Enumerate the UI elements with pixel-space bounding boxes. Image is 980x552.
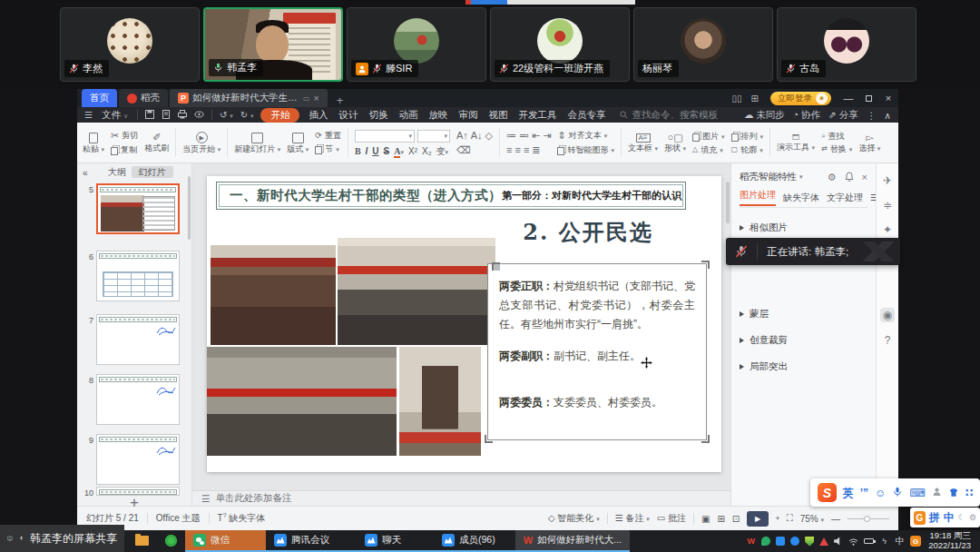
font-size-select[interactable]: ▾ — [417, 130, 450, 143]
align-right-icon[interactable]: ≡ — [524, 145, 529, 155]
underline-button[interactable]: U — [372, 147, 378, 156]
tab-docer[interactable]: 稻壳 — [119, 89, 168, 107]
close-panel-icon[interactable]: × — [862, 172, 867, 182]
layout-button[interactable]: 版式 ▾ — [287, 133, 309, 153]
clear-format-icon[interactable]: ⌫ — [456, 145, 471, 155]
arrange-button[interactable]: 排列 ▾ — [731, 132, 764, 142]
align-left-icon[interactable]: ≡ — [506, 145, 512, 155]
redo-icon[interactable]: ↻ ▾ — [240, 110, 254, 120]
help-icon[interactable]: ? — [885, 334, 891, 347]
taskbar-tencent-meeting[interactable]: 腾讯会议 — [266, 530, 357, 552]
bullet-list-icon[interactable]: ≔ — [506, 131, 516, 141]
thumbnail-scrollbar[interactable] — [188, 176, 191, 240]
superscript-button[interactable]: X² — [408, 147, 417, 156]
collab-button[interactable]: ◔ 协作 — [793, 109, 820, 122]
print-icon[interactable] — [178, 110, 187, 121]
fill-button[interactable]: △填充 ▾ — [692, 146, 725, 154]
slide-thumb-7[interactable]: 7 — [81, 314, 180, 365]
reading-view-icon[interactable]: ⊡ — [732, 514, 740, 524]
taskbar-chat[interactable]: 聊天 — [357, 530, 434, 552]
section-button[interactable]: 节 ▾ — [315, 144, 341, 154]
voice-input-icon[interactable] — [892, 485, 903, 501]
video-tile-tengsir[interactable]: 滕SIR — [347, 7, 486, 82]
menu-animation[interactable]: 动画 — [397, 109, 419, 122]
fit-slide-icon[interactable]: ⛶ — [787, 513, 793, 524]
align-center-icon[interactable]: ≡ — [514, 145, 520, 155]
to-smartart-button[interactable]: 转智能图形 ▾ — [557, 145, 614, 155]
menu-start[interactable]: 开始 — [260, 108, 299, 123]
picture-button[interactable]: 图片 ▾ — [692, 132, 725, 142]
tab-document[interactable]: P 如何做好新时代大学生村干部 ▭ × — [170, 89, 328, 107]
tray-wechat-icon[interactable] — [761, 537, 770, 546]
panel-item-local-highlight[interactable]: 局部突出 — [740, 360, 867, 373]
video-tile-hanmengli[interactable]: 韩孟李 — [203, 7, 343, 82]
moon-icon[interactable]: ☾ — [958, 514, 965, 522]
tray-k-icon[interactable] — [790, 537, 799, 546]
play-from-current-button[interactable]: ▶当页开始 ▾ — [182, 132, 220, 153]
format-painter-button[interactable]: ✐格式刷 — [144, 133, 169, 153]
zoom-slider[interactable] — [848, 518, 889, 519]
slide-header-banner[interactable]: 一、新时代大学生村干部的类型（进入方式） 第一部分：对新时代大学生村干部的认识 — [216, 182, 686, 210]
slide[interactable]: 一、新时代大学生村干部的类型（进入方式） 第一部分：对新时代大学生村干部的认识 … — [207, 176, 721, 472]
tray-hook-icon[interactable]: ϟ — [879, 537, 889, 546]
command-search-box[interactable]: 查找命令、搜索模板 — [620, 109, 718, 122]
strike-button[interactable]: S — [384, 147, 390, 156]
notes-bar[interactable]: ☰ 单击此处添加备注 — [192, 490, 730, 506]
tab-text-processing[interactable]: 文字处理 — [827, 192, 863, 204]
menu-view[interactable]: 视图 — [486, 109, 509, 122]
slide-title[interactable]: 2. 公开民选 — [506, 218, 670, 247]
taskbar-file-explorer[interactable] — [127, 530, 157, 552]
taskbar-wps-document[interactable]: W 如何做好新时代大... — [515, 530, 630, 552]
notes-button[interactable]: ☰ 备注 ▾ — [615, 512, 650, 525]
punctuation-icon[interactable]: ’” — [860, 488, 868, 498]
tray-battery-icon[interactable] — [864, 538, 874, 544]
g-logo-icon[interactable]: G — [914, 511, 926, 525]
keyboard-icon[interactable]: ⌨ — [909, 488, 925, 498]
sogou-logo-icon[interactable]: S — [818, 483, 837, 502]
menu-insert[interactable]: 插入 — [307, 109, 329, 122]
close-tab-icon[interactable]: × — [314, 93, 319, 104]
tray-network-icon[interactable] — [848, 537, 858, 546]
tab-image-processing[interactable]: 图片处理 — [740, 189, 776, 206]
tray-wps-icon[interactable]: W — [746, 537, 756, 546]
taskbar-clock[interactable]: 19:18 周三 2022/11/23 — [925, 530, 980, 552]
zoom-level[interactable]: 75% ▾ — [800, 514, 824, 524]
tray-meeting-icon[interactable] — [776, 537, 785, 546]
menu-design[interactable]: 设计 — [337, 109, 359, 122]
close-window-button[interactable]: × — [878, 93, 898, 104]
bold-button[interactable]: B — [355, 147, 361, 156]
tab-slides[interactable]: 幻灯片 — [132, 166, 173, 178]
video-tile-youkaiyan[interactable]: 22级管科一班游开燕 — [490, 7, 630, 82]
outline-button[interactable]: ▢轮廓 ▾ — [731, 146, 764, 154]
login-button[interactable]: 立即登录● — [770, 92, 831, 105]
tab-outline[interactable]: 大纲 — [108, 167, 126, 177]
align-text-button[interactable]: ⇕对齐文本 ▾ — [557, 131, 614, 141]
slide-photo-meeting-room[interactable] — [211, 245, 336, 345]
tab-missing-fonts[interactable]: 缺失字体 — [783, 192, 819, 204]
justify-icon[interactable]: ≣ — [532, 145, 540, 155]
slide-photo-doorway-voting[interactable] — [399, 347, 481, 456]
play-slideshow-button[interactable]: ▶ — [747, 511, 769, 527]
menu-member[interactable]: 会员专享 — [565, 109, 607, 122]
font-name-select[interactable]: ▾ — [355, 130, 415, 143]
copy-button[interactable]: 复制 — [111, 145, 138, 155]
indent-icon[interactable]: ⇤ — [532, 131, 540, 141]
slide-text-box[interactable]: 两委正职：村党组织书记（支部书记、党总支部书记、村党委书记），村委会主任。有些地… — [487, 263, 707, 440]
skin-icon[interactable] — [948, 485, 959, 501]
reset-button[interactable]: ⟳重置 — [315, 132, 341, 140]
minimize-button[interactable]: — — [838, 93, 858, 104]
slide-thumb-9[interactable]: 9 — [81, 434, 180, 485]
gear-icon[interactable]: ⚙ — [828, 172, 837, 183]
menu-transition[interactable]: 切换 — [367, 109, 389, 122]
replace-button[interactable]: ⇄替换 ▾ — [821, 145, 852, 153]
normal-view-icon[interactable]: ▣ — [701, 514, 710, 524]
italic-button[interactable]: I — [366, 147, 368, 156]
location-pin-icon[interactable]: ◉ — [880, 308, 895, 322]
slide-photo-building-gathering[interactable] — [207, 347, 397, 456]
new-tab-button[interactable]: + — [328, 94, 353, 107]
tray-g-icon[interactable]: G — [910, 536, 921, 547]
missing-font-indicator[interactable]: T? 缺失字体 — [218, 512, 266, 525]
chinese-mode[interactable]: 中 — [944, 512, 955, 523]
share-button[interactable]: ⇗ 分享 — [828, 109, 858, 122]
more-icon[interactable]: ⋮ — [867, 110, 877, 121]
